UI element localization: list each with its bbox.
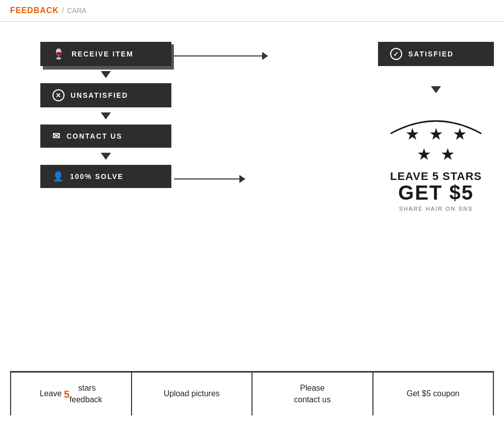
receive-item-box: 🍷 RECEIVE ITEM [40,42,171,66]
stars-bottom-row: ★ ★ [417,146,455,162]
right-flow-column: ✓ SATISFIED ★ ★ ★ ★ ★ LEAVE 5 [378,42,494,354]
header-cara-label: CARA [67,7,87,15]
footer-leave-text-1: Leave [40,388,64,399]
header-separator: / [62,7,64,15]
star-icon-5: ★ [440,146,455,162]
footer-highlight-5: 5 [64,387,70,401]
receive-item-wrapper: 🍷 RECEIVE ITEM [40,42,171,66]
person-icon: 👤 [52,171,64,182]
footer-upload-pictures: Upload pictures [132,373,253,415]
satisfied-label: SATISFIED [408,50,454,58]
arrow-to-stars [174,175,245,183]
receive-item-label: RECEIVE ITEM [72,50,134,58]
unsatisfied-label: UNSATISFIED [71,91,128,99]
solve-box: 👤 100% SOLVE [40,165,171,188]
star-icon-3: ★ [453,126,467,142]
arrow-to-satisfied [174,52,268,60]
footer-get-coupon: Get $5 coupon [373,373,494,415]
wine-glass-icon: 🍷 [52,48,66,60]
footer-coupon-label: Get $5 coupon [407,388,460,399]
footer-please-contact: Pleasecontact us [253,373,373,415]
footer-leave-feedback: Leave 5 starsfeedback [11,373,132,415]
arrow-down-1 [101,71,111,78]
leave-5stars-text: LEAVE 5 STARS [390,170,482,182]
mail-icon: ✉ [52,131,60,142]
star-icon-2: ★ [429,126,444,142]
footer-upload-label: Upload pictures [164,388,220,399]
arrow-down-right [431,86,441,93]
footer-contact-label: Pleasecontact us [294,383,331,405]
contact-us-box: ✉ CONTACT US [40,125,171,148]
header: FEEDBACK / CARA [0,0,504,22]
left-flow-column: 🍷 RECEIVE ITEM ✕ UNSATISFIED ✉ [40,42,171,354]
solve-wrapper: 👤 100% SOLVE [40,165,171,188]
arrow-down-2 [101,112,111,119]
header-feedback-label: FEEDBACK [10,6,59,15]
stars-top-row: ★ ★ ★ [405,126,467,142]
satisfied-box: ✓ SATISFIED [378,42,494,66]
solve-label: 100% SOLVE [70,172,123,180]
diagram-container: 🍷 RECEIVE ITEM ✕ UNSATISFIED ✉ [0,22,504,364]
footer-leave-text-2: starsfeedback [70,383,102,405]
unsatisfied-wrapper: ✕ UNSATISFIED [40,83,171,107]
satisfied-wrapper: ✓ SATISFIED [378,42,494,66]
share-text: SHARE HAIR ON SNS [399,206,473,212]
x-circle-icon: ✕ [52,89,65,101]
unsatisfied-box: ✕ UNSATISFIED [40,83,171,107]
check-circle-icon: ✓ [390,48,402,60]
stars-graphic: ★ ★ ★ ★ ★ LEAVE 5 STARS GET $5 SHARE HAI… [386,108,486,212]
footer: Leave 5 starsfeedback Upload pictures Pl… [10,371,494,415]
contact-us-wrapper: ✉ CONTACT US [40,125,171,148]
get-5-text: GET $5 [398,182,474,203]
contact-us-label: CONTACT US [67,132,122,140]
star-icon-1: ★ [405,126,420,142]
arrow-down-3 [101,153,111,160]
star-icon-4: ★ [417,146,431,162]
